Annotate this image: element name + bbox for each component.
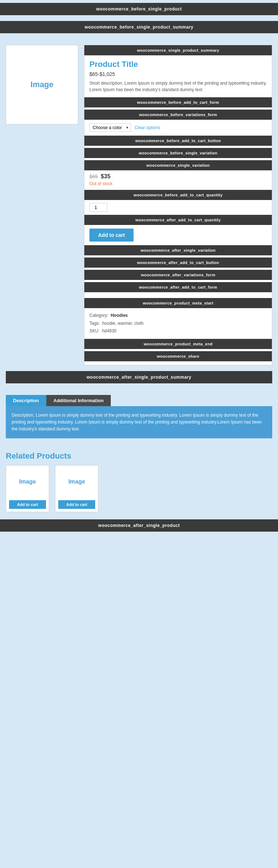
tab-content-description: Description, Lorem Ipsum is simply dummy… (6, 406, 272, 439)
category-label: Category: (89, 313, 108, 318)
add-to-cart-button[interactable]: Add to cart (89, 229, 134, 242)
product-short-description: Short description, Lorem Ipsum is simply… (84, 80, 272, 97)
after-single-product-hook: woocommerce_after_single_product (0, 519, 278, 532)
related-products-section: Related Products Image Add to cart Image… (6, 451, 272, 512)
related-add-to-cart-button[interactable]: Add to cart (9, 500, 46, 509)
product-image-column: Image (6, 45, 78, 124)
related-image-placeholder: Image (19, 478, 36, 485)
variation-row: Choose a color Clear options (84, 120, 272, 136)
sku-value: hd4830 (102, 328, 117, 333)
product-meta-start-hook: woocommerce_product_meta_start (84, 298, 272, 308)
meta-sku: SKU: hd4830 (89, 327, 267, 335)
before-single-product-summary-hook: woocommerce_before_single_product_summar… (0, 21, 278, 33)
clear-options-link[interactable]: Clear options (135, 125, 160, 130)
tags-label: Tags: (89, 321, 100, 326)
after-single-variation-hook: woocommerce_after_single_variation (84, 245, 272, 255)
meta-category: Category: Hoodies (89, 312, 267, 320)
after-single-product-summary-hook: woocommerce_after_single_product_summary (6, 371, 272, 383)
single-variation-hook: woocommerce_single_variation (84, 160, 272, 170)
quantity-row (84, 200, 272, 215)
related-image-box: Image (6, 465, 49, 498)
related-products-grid: Image Add to cart Image Add to cart (6, 465, 272, 512)
stock-status: Out of stock (84, 181, 272, 190)
after-add-to-cart-button-hook: woocommerce_after_add_to_cart_button (84, 258, 272, 268)
price-old: $65 (89, 174, 98, 179)
related-product-item: Image Add to cart (6, 465, 49, 512)
category-value: Hoodies (111, 313, 128, 318)
tabs-header: Description Additional Information (6, 395, 272, 406)
before-single-variation-hook: woocommerce_before_single_variation (84, 148, 272, 158)
price-new: $35 (101, 173, 110, 180)
color-variation-select[interactable]: Choose a color (89, 123, 131, 132)
related-product-item: Image Add to cart (55, 465, 98, 512)
variation-price-row: $65 $35 (84, 170, 272, 181)
product-container: Image woocommerce_single_product_summary… (6, 45, 272, 365)
product-meta-end-hook: woocommerce_product_meta_end (84, 339, 272, 349)
before-add-to-cart-form-hook: woocommerce_before_add_to_cart_form (84, 97, 272, 107)
after-add-to-cart-quantity-hook: woocommerce_after_add_to_cart_quantity (84, 215, 272, 225)
product-meta: Category: Hoodies Tags: hoodie, warmer, … (84, 308, 272, 339)
related-products-title: Related Products (6, 451, 272, 461)
product-image-box: Image (6, 45, 78, 124)
meta-tags: Tags: hoodie, warmer, cloth (89, 320, 267, 328)
sku-label: SKU: (89, 328, 100, 333)
quantity-input[interactable] (89, 203, 108, 212)
before-add-to-cart-quantity-hook: woocommerce_before_add_to_cart_quantity (84, 190, 272, 200)
single-product-summary-hook: woocommerce_single_product_summary (84, 45, 272, 55)
after-variations-form-hook: woocommerce_after_variations_form (84, 270, 272, 280)
tab-description[interactable]: Description (6, 395, 46, 406)
after-add-to-cart-form-hook: woocommerce_after_add_to_cart_form (84, 282, 272, 292)
before-single-product-hook: woocommerce_before_single_product (0, 3, 278, 15)
tab-additional-information[interactable]: Additional Information (46, 395, 111, 406)
tags-value: hoodie, warmer, cloth (102, 321, 143, 326)
variation-select-wrapper[interactable]: Choose a color (89, 123, 131, 132)
before-variations-form-hook: woocommerce_before_variations_form (84, 110, 272, 120)
product-summary-column: woocommerce_single_product_summary Produ… (84, 45, 272, 365)
share-hook: woocommerce_share (84, 351, 272, 361)
product-image-placeholder: Image (30, 80, 54, 89)
before-add-to-cart-button-hook: woocommerce_before_add_to_cart_button (84, 136, 272, 146)
product-title: Product Title (84, 55, 272, 71)
related-add-to-cart-button[interactable]: Add to cart (58, 500, 95, 509)
related-image-box: Image (55, 465, 98, 498)
product-price-range: $65-$1,025 (84, 71, 272, 80)
tabs-container: Description Additional Information Descr… (6, 395, 272, 439)
add-to-cart-row: Add to cart (84, 225, 272, 245)
related-image-placeholder: Image (68, 478, 85, 485)
